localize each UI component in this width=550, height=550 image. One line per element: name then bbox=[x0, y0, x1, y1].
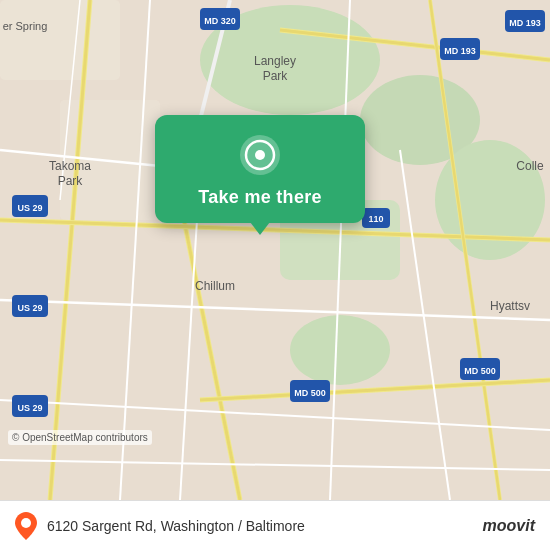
svg-text:MD 193: MD 193 bbox=[509, 18, 541, 28]
svg-text:110: 110 bbox=[368, 214, 383, 224]
footer-bar: 6120 Sargent Rd, Washington / Baltimore … bbox=[0, 500, 550, 550]
svg-text:US 29: US 29 bbox=[17, 403, 42, 413]
svg-text:MD 500: MD 500 bbox=[294, 388, 326, 398]
popup-card: Take me there bbox=[155, 115, 365, 223]
take-me-there-button[interactable]: Take me there bbox=[198, 187, 322, 208]
svg-text:er Spring: er Spring bbox=[3, 20, 48, 32]
svg-point-59 bbox=[21, 518, 31, 528]
map-background: US 29 US 29 US 29 MD 193 MD 193 MD 320 M… bbox=[0, 0, 550, 500]
map-attribution: © OpenStreetMap contributors bbox=[8, 430, 152, 445]
svg-point-5 bbox=[290, 315, 390, 385]
svg-rect-6 bbox=[0, 0, 120, 80]
svg-text:US 29: US 29 bbox=[17, 303, 42, 313]
svg-text:Park: Park bbox=[263, 69, 289, 83]
svg-text:Hyattsv: Hyattsv bbox=[490, 299, 530, 313]
svg-text:Colle: Colle bbox=[516, 159, 544, 173]
svg-text:MD 320: MD 320 bbox=[204, 16, 236, 26]
moovit-pin-icon bbox=[15, 512, 37, 540]
svg-text:MD 500: MD 500 bbox=[464, 366, 496, 376]
location-pin-icon bbox=[238, 133, 282, 177]
svg-text:Takoma: Takoma bbox=[49, 159, 91, 173]
svg-point-58 bbox=[255, 150, 265, 160]
svg-text:Park: Park bbox=[58, 174, 84, 188]
moovit-logo: moovit bbox=[483, 517, 535, 535]
moovit-brand-text: moovit bbox=[483, 517, 535, 535]
svg-text:Langley: Langley bbox=[254, 54, 296, 68]
map-container: US 29 US 29 US 29 MD 193 MD 193 MD 320 M… bbox=[0, 0, 550, 500]
svg-text:MD 193: MD 193 bbox=[444, 46, 476, 56]
svg-text:US 29: US 29 bbox=[17, 203, 42, 213]
footer-address: 6120 Sargent Rd, Washington / Baltimore bbox=[47, 518, 305, 534]
svg-text:Chillum: Chillum bbox=[195, 279, 235, 293]
